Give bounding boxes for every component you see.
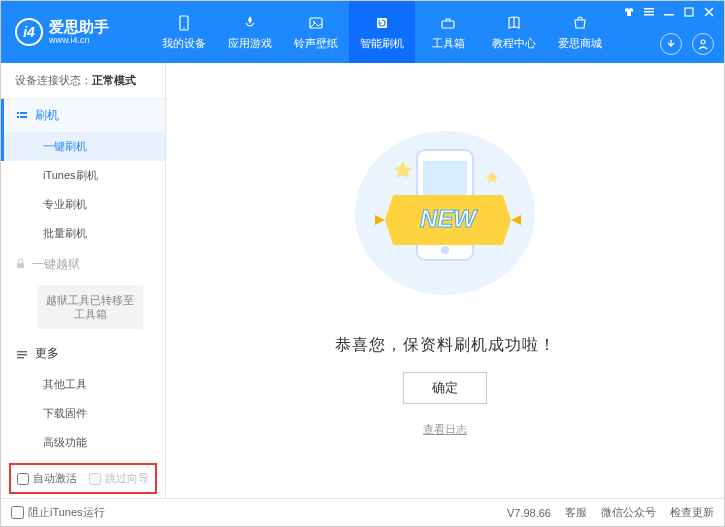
activation-options: 自动激活 跳过向导 — [9, 463, 157, 494]
sidebar-item-pro[interactable]: 专业刷机 — [1, 190, 165, 219]
minimize-icon[interactable] — [664, 7, 674, 19]
nav-my-device[interactable]: 我的设备 — [151, 1, 217, 63]
section-label: 更多 — [35, 345, 59, 362]
section-label: 刷机 — [35, 107, 59, 124]
header-actions — [660, 33, 714, 55]
app-header: i4 爱思助手 www.i4.cn 我的设备 应用游戏 铃声壁纸 智能刷机 工具… — [1, 1, 724, 63]
nav-smart-flash[interactable]: 智能刷机 — [349, 1, 415, 63]
svg-point-11 — [701, 40, 705, 44]
nav-label: 爱思商城 — [558, 36, 602, 51]
footer-left: 阻止iTunes运行 — [11, 505, 105, 520]
nav-tutorials[interactable]: 教程中心 — [481, 1, 547, 63]
footer-wechat[interactable]: 微信公众号 — [601, 505, 656, 520]
nav-label: 我的设备 — [162, 36, 206, 51]
checkbox-auto-activate[interactable]: 自动激活 — [17, 471, 77, 486]
book-icon — [505, 14, 523, 32]
svg-rect-7 — [644, 11, 654, 13]
window-controls — [624, 7, 714, 19]
device-status: 设备连接状态：正常模式 — [1, 63, 165, 99]
svg-rect-5 — [442, 21, 454, 28]
footer-support[interactable]: 客服 — [565, 505, 587, 520]
sidebar-item-othertools[interactable]: 其他工具 — [1, 370, 165, 399]
apps-icon — [241, 14, 259, 32]
footer-right: V7.98.66 客服 微信公众号 检查更新 — [507, 505, 714, 520]
sidebar-item-oneclick[interactable]: 一键刷机 — [1, 132, 165, 161]
nav-store[interactable]: 爱思商城 — [547, 1, 613, 63]
svg-rect-16 — [17, 263, 24, 268]
nav-label: 智能刷机 — [360, 36, 404, 51]
close-icon[interactable] — [704, 7, 714, 19]
svg-rect-6 — [644, 8, 654, 10]
maximize-icon[interactable] — [684, 7, 694, 19]
image-icon — [307, 14, 325, 32]
skin-icon[interactable] — [624, 7, 634, 19]
toolbox-icon — [439, 14, 457, 32]
checkbox-label: 自动激活 — [33, 471, 77, 486]
checkbox-input[interactable] — [89, 473, 101, 485]
download-button[interactable] — [660, 33, 682, 55]
sidebar-section-more[interactable]: 更多 — [1, 337, 165, 370]
sidebar-item-itunes[interactable]: iTunes刷机 — [1, 161, 165, 190]
checkbox-skip-setup[interactable]: 跳过向导 — [89, 471, 149, 486]
jailbreak-label: 一键越狱 — [32, 256, 80, 273]
nav-ringtones[interactable]: 铃声壁纸 — [283, 1, 349, 63]
svg-rect-14 — [17, 116, 19, 118]
sidebar-item-advanced[interactable]: 高级功能 — [1, 428, 165, 457]
logo-area: i4 爱思助手 www.i4.cn — [1, 18, 151, 46]
nav-apps[interactable]: 应用游戏 — [217, 1, 283, 63]
more-icon — [15, 348, 29, 360]
list-icon — [15, 110, 29, 122]
checkbox-input[interactable] — [17, 473, 29, 485]
block-itunes-checkbox[interactable] — [11, 506, 24, 519]
svg-rect-19 — [17, 357, 24, 358]
block-itunes-label: 阻止iTunes运行 — [28, 505, 105, 520]
user-button[interactable] — [692, 33, 714, 55]
sidebar-section-flash[interactable]: 刷机 — [1, 99, 165, 132]
svg-rect-9 — [664, 14, 674, 16]
main-content: NEW 恭喜您，保资料刷机成功啦！ 确定 查看日志 — [166, 63, 724, 498]
svg-rect-13 — [20, 112, 27, 114]
view-log-link[interactable]: 查看日志 — [423, 422, 467, 437]
top-nav: 我的设备 应用游戏 铃声壁纸 智能刷机 工具箱 教程中心 爱思商城 — [151, 1, 613, 63]
sidebar: 设备连接状态：正常模式 刷机 一键刷机 iTunes刷机 专业刷机 批量刷机 一… — [1, 63, 166, 498]
sidebar-item-download-fw[interactable]: 下载固件 — [1, 399, 165, 428]
phone-icon — [175, 14, 193, 32]
nav-label: 应用游戏 — [228, 36, 272, 51]
status-value: 正常模式 — [92, 74, 136, 86]
menu-icon[interactable] — [644, 7, 654, 19]
footer-update[interactable]: 检查更新 — [670, 505, 714, 520]
body: 设备连接状态：正常模式 刷机 一键刷机 iTunes刷机 专业刷机 批量刷机 一… — [1, 63, 724, 498]
svg-text:NEW: NEW — [420, 205, 478, 232]
logo-title: 爱思助手 — [49, 19, 109, 35]
jailbreak-note: 越狱工具已转移至工具箱 — [37, 285, 143, 329]
nav-toolbox[interactable]: 工具箱 — [415, 1, 481, 63]
logo-icon: i4 — [15, 18, 43, 46]
svg-point-25 — [441, 246, 449, 254]
svg-point-1 — [183, 27, 185, 29]
sidebar-item-batch[interactable]: 批量刷机 — [1, 219, 165, 248]
svg-rect-18 — [17, 354, 27, 355]
svg-rect-10 — [685, 8, 693, 16]
ok-button[interactable]: 确定 — [403, 372, 487, 404]
checkbox-label: 跳过向导 — [105, 471, 149, 486]
success-message: 恭喜您，保资料刷机成功啦！ — [335, 335, 556, 356]
nav-label: 工具箱 — [432, 36, 465, 51]
store-icon — [571, 14, 589, 32]
svg-rect-8 — [644, 14, 654, 16]
svg-rect-17 — [17, 351, 27, 352]
success-illustration: NEW — [345, 125, 545, 303]
sidebar-section-jailbreak: 一键越狱 — [1, 248, 165, 281]
refresh-icon — [373, 14, 391, 32]
svg-rect-12 — [17, 112, 19, 114]
svg-rect-15 — [20, 116, 27, 118]
nav-label: 教程中心 — [492, 36, 536, 51]
lock-icon — [15, 258, 26, 272]
footer: 阻止iTunes运行 V7.98.66 客服 微信公众号 检查更新 — [1, 498, 724, 526]
version-label: V7.98.66 — [507, 507, 551, 519]
nav-label: 铃声壁纸 — [294, 36, 338, 51]
logo-text: 爱思助手 www.i4.cn — [49, 19, 109, 45]
logo-subtitle: www.i4.cn — [49, 35, 109, 45]
status-prefix: 设备连接状态： — [15, 74, 92, 86]
